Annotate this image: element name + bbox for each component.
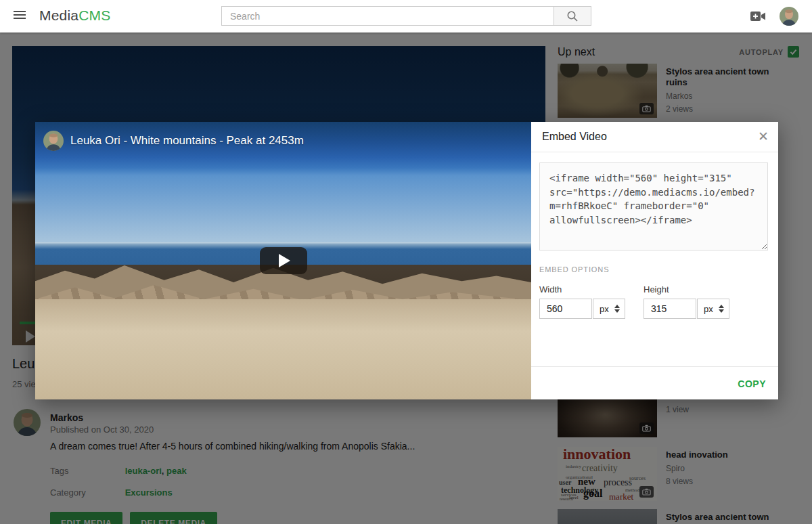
preview-play-button[interactable] [260, 247, 307, 274]
embed-video-preview[interactable]: Leuka Ori - White mountains - Peak at 24… [35, 122, 531, 399]
app-header: MediaCMS [0, 0, 812, 32]
modal-title: Embed Video [542, 131, 607, 143]
embed-options-label: EMBED OPTIONS [539, 265, 609, 274]
search-icon [566, 9, 579, 23]
preview-author-avatar[interactable] [43, 131, 64, 151]
width-unit-select[interactable]: px [593, 299, 625, 319]
height-label: Height [644, 284, 669, 294]
height-input[interactable] [644, 299, 696, 319]
app-logo[interactable]: MediaCMS [39, 7, 110, 24]
preview-video-title: Leuka Ori - White mountains - Peak at 24… [70, 134, 304, 148]
close-icon[interactable]: ✕ [758, 129, 769, 145]
logo-text-cms: CMS [78, 7, 110, 23]
spinner-icon [614, 305, 620, 313]
upload-media-icon[interactable] [750, 10, 766, 22]
play-icon [279, 254, 290, 267]
logo-text-media: Media [39, 7, 78, 23]
embed-panel: Embed Video ✕ <iframe width="560" height… [531, 122, 778, 399]
header-actions [750, 0, 798, 32]
menu-icon[interactable] [14, 11, 26, 20]
width-input[interactable] [539, 299, 592, 319]
search-button[interactable] [554, 6, 591, 26]
embed-modal: Leuka Ori - White mountains - Peak at 24… [35, 122, 778, 399]
search-input[interactable] [221, 6, 554, 26]
embed-code-textarea[interactable]: <iframe width="560" height="315" src="ht… [539, 162, 768, 250]
user-avatar[interactable] [780, 7, 798, 26]
width-label: Width [539, 284, 562, 294]
spinner-icon [719, 305, 724, 313]
preview-title-bar: Leuka Ori - White mountains - Peak at 24… [43, 131, 304, 151]
copy-button[interactable]: COPY [738, 378, 766, 389]
height-unit-select[interactable]: px [697, 299, 729, 319]
search-bar [221, 6, 591, 26]
